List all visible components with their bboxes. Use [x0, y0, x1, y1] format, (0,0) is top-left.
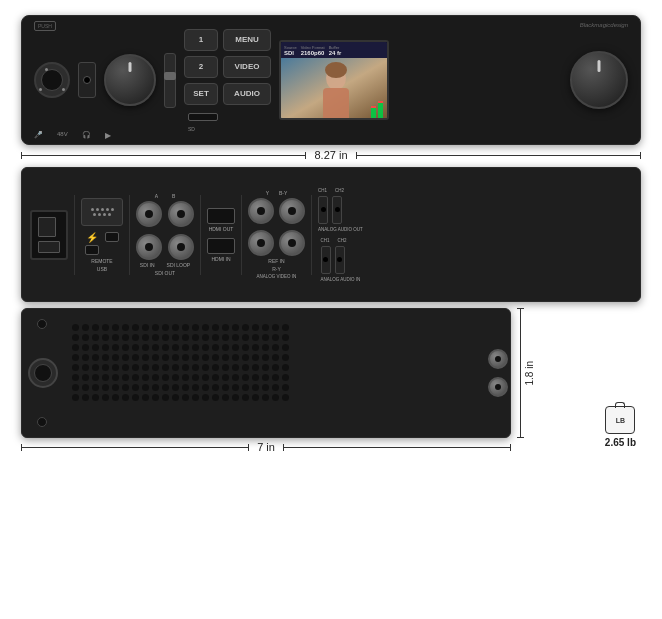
vent-hole	[92, 324, 99, 331]
rear-divider-2	[129, 195, 130, 275]
remote-section: ⚡ REMOTE USB	[81, 198, 123, 272]
vent-hole	[232, 394, 239, 401]
vent-hole	[102, 334, 109, 341]
jack-hole-ch1-out	[321, 207, 326, 212]
vent-hole	[182, 324, 189, 331]
vent-hole	[182, 374, 189, 381]
vent-hole	[182, 334, 189, 341]
vent-hole	[252, 324, 259, 331]
vent-hole	[262, 364, 269, 371]
vent-hole	[162, 384, 169, 391]
lightning-icon: ⚡	[86, 232, 98, 243]
rear-structured: ⚡ REMOTE USB A B	[22, 168, 640, 301]
vent-hole	[172, 374, 179, 381]
rear-panel: ⚡ REMOTE USB A B	[21, 167, 641, 302]
vent-hole	[172, 394, 179, 401]
db9-pin	[108, 213, 111, 216]
jack-hole-ch2-in	[337, 257, 342, 262]
volume-slider[interactable]	[164, 53, 176, 108]
vent-hole	[262, 344, 269, 351]
vent-hole	[232, 384, 239, 391]
hdmi-in-port	[207, 238, 235, 254]
audio-in-jacks	[321, 246, 361, 274]
vent-hole	[242, 394, 249, 401]
side-xlr-inner	[34, 364, 52, 382]
vent-hole	[262, 374, 269, 381]
vent-hole	[282, 354, 289, 361]
btn-video[interactable]: VIDEO	[223, 56, 271, 78]
btn-row-1: 1 MENU	[184, 29, 271, 51]
bnc-sdi-out-b	[168, 201, 194, 227]
sdi-out-a-label: A	[155, 193, 158, 199]
vent-hole	[122, 384, 129, 391]
lcd-header: Source SDI Video Format 2160p60 Buffer 2…	[281, 42, 387, 58]
vent-hole	[202, 384, 209, 391]
vent-hole	[192, 354, 199, 361]
side-panel	[21, 308, 511, 438]
vent-hole	[102, 324, 109, 331]
vent-hole	[242, 334, 249, 341]
vent-hole	[112, 384, 119, 391]
vent-hole	[142, 384, 149, 391]
btn-2[interactable]: 2	[184, 56, 218, 78]
audio-in-jack-ch1	[321, 246, 331, 274]
btn-set[interactable]: SET	[184, 83, 218, 105]
vent-hole	[72, 344, 79, 351]
lcd-image	[281, 58, 387, 120]
vent-hole	[102, 394, 109, 401]
vent-hole	[162, 334, 169, 341]
sd-slot[interactable]	[188, 113, 218, 121]
vent-hole	[122, 354, 129, 361]
lcd-format-value: 2160p60	[301, 50, 325, 56]
vent-hole	[222, 344, 229, 351]
knob-right[interactable]	[570, 51, 628, 109]
vent-hole	[212, 334, 219, 341]
side-panel-container: 1.8 in	[21, 308, 538, 438]
xlr-pin	[39, 88, 42, 91]
vent-hole	[122, 344, 129, 351]
vent-hole	[282, 364, 289, 371]
vent-hole	[182, 394, 189, 401]
height-dim-inner: 1.8 in	[517, 308, 538, 438]
vent-hole	[192, 334, 199, 341]
y-label: Y	[266, 190, 269, 196]
ref-in-label: REF IN	[268, 258, 284, 264]
vent-hole	[92, 354, 99, 361]
vent-hole	[232, 374, 239, 381]
audio-out-ch-labels: CH1 CH2	[318, 188, 363, 193]
vent-hole	[102, 374, 109, 381]
audio-out-jack-ch2	[332, 196, 342, 224]
db9-pin	[98, 213, 101, 216]
vent-hole	[82, 324, 89, 331]
hdmi-in-label: HDMI IN	[211, 256, 230, 262]
vent-hole	[202, 374, 209, 381]
dim-line-right	[356, 155, 641, 156]
btn-menu[interactable]: MENU	[223, 29, 271, 51]
dim-line-left	[21, 155, 306, 156]
svg-rect-5	[378, 103, 383, 120]
thunderbolt-usb: ⚡	[85, 232, 99, 255]
btn-audio[interactable]: AUDIO	[223, 83, 271, 105]
vent-hole	[262, 394, 269, 401]
sdi-out-b-label: B	[172, 193, 175, 199]
analog-audio-section: CH1 CH2 ANALOG AUDIO OUT	[318, 188, 363, 282]
vent-hole	[82, 334, 89, 341]
vent-hole	[132, 354, 139, 361]
vent-hole	[142, 354, 149, 361]
sdi-loop-label: SDI LOOP	[167, 262, 191, 268]
sdi-out-section: A B SDI IN SDI LOOP SDI OUT	[136, 193, 194, 276]
thunderbolt-port	[85, 245, 99, 255]
analog-audio-out-label: ANALOG AUDIO OUT	[318, 227, 363, 232]
buttons-area: 1 MENU 2 VIDEO SET AUDIO SD	[184, 29, 271, 132]
audio-out-section: CH1 CH2 ANALOG AUDIO OUT	[318, 188, 363, 232]
btn-1[interactable]: 1	[184, 29, 218, 51]
sdi-out-bncs	[136, 201, 194, 227]
label-48v: 48V	[57, 131, 68, 140]
knob-left[interactable]	[104, 54, 156, 106]
main-container: PUSH Blackmagicdesign	[0, 0, 662, 619]
vent-hole	[152, 324, 159, 331]
dim-tick-bottom	[517, 437, 524, 438]
vent-hole	[142, 324, 149, 331]
side-bnc-connectors	[488, 349, 510, 397]
analog-video-in-label: ANALOG VIDEO IN	[257, 274, 297, 279]
